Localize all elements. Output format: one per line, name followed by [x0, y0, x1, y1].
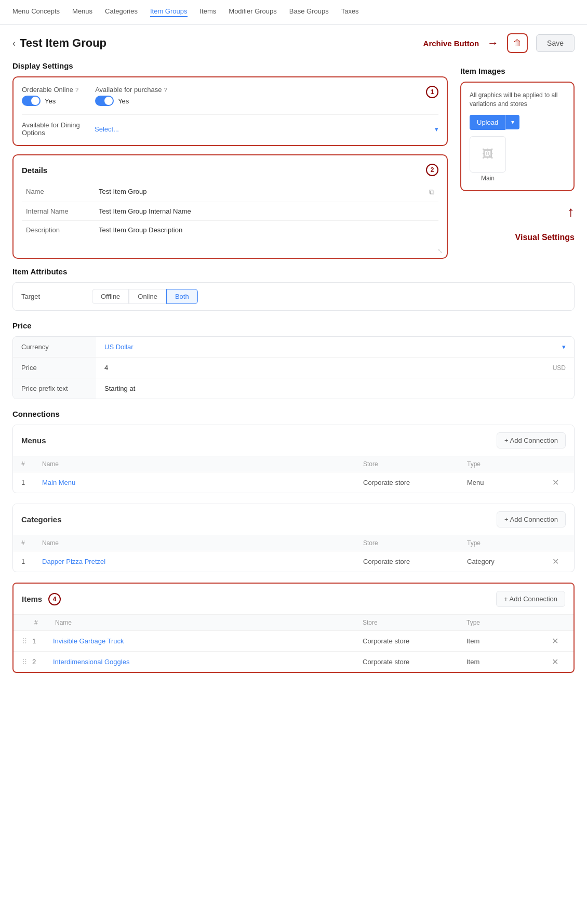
categories-row-1-name[interactable]: Dapper Pizza Pretzel: [42, 558, 363, 565]
menus-connection-card: Menus + Add Connection # Name Store Type…: [12, 425, 575, 493]
visual-settings-arrow-icon: ↑: [460, 204, 575, 220]
menus-col-action: [545, 460, 566, 468]
currency-chevron-icon: ▾: [562, 343, 566, 351]
items-col-type: Type: [466, 619, 544, 626]
available-for-purchase-help-icon[interactable]: ?: [164, 87, 167, 93]
price-prefix-text: Starting at: [104, 385, 135, 392]
nav-items[interactable]: Items: [200, 7, 217, 17]
categories-col-num: #: [21, 539, 42, 547]
display-settings-card: Orderable Online ? Yes: [12, 76, 448, 146]
price-prefix-row: Price prefix text Starting at: [13, 378, 574, 399]
name-value: Test Item Group ⧉: [95, 182, 438, 202]
connections-title: Connections: [12, 410, 575, 418]
section-badge-1: 1: [426, 86, 438, 98]
target-offline-btn[interactable]: Offline: [92, 289, 129, 304]
orderable-online-group: Orderable Online ? Yes: [22, 86, 78, 106]
images-note: All graphics will be applied to all vari…: [470, 91, 565, 109]
items-row-2-remove[interactable]: ✕: [544, 657, 565, 667]
dining-options-label: Available for Dining Options: [22, 121, 95, 137]
categories-col-name: Name: [42, 539, 363, 547]
menus-row-1-name[interactable]: Main Menu: [42, 479, 363, 486]
nav-taxes[interactable]: Taxes: [341, 7, 359, 17]
back-button[interactable]: ‹: [12, 38, 16, 49]
nav-modifier-groups[interactable]: Modifier Groups: [229, 7, 276, 17]
menus-row-1-num: 1: [21, 479, 42, 486]
visual-settings-label: Visual Settings: [460, 233, 575, 242]
currency-row: Currency US Dollar ▾: [13, 337, 574, 358]
details-description-row: Description Test Item Group Description: [22, 221, 438, 250]
items-connection-card: Items 4 + Add Connection # Name Store Ty…: [12, 583, 575, 673]
categories-row-1-remove[interactable]: ✕: [545, 557, 566, 566]
currency-value[interactable]: US Dollar ▾: [96, 337, 574, 357]
details-title: Details: [22, 166, 47, 175]
categories-connection-card: Categories + Add Connection # Name Store…: [12, 504, 575, 572]
price-value: 4 USD: [96, 358, 574, 378]
items-row-1-num: 1: [32, 637, 53, 645]
menus-row-1-remove[interactable]: ✕: [545, 478, 566, 487]
menus-col-num: #: [21, 460, 42, 468]
name-label: Name: [22, 182, 95, 202]
items-col-action: [544, 619, 565, 626]
internal-name-value: Test Item Group Internal Name: [95, 202, 438, 221]
currency-label: Currency: [13, 337, 96, 357]
nav-base-groups[interactable]: Base Groups: [289, 7, 329, 17]
available-for-purchase-toggle[interactable]: [95, 96, 114, 106]
currency-value-text[interactable]: US Dollar: [104, 343, 134, 351]
details-internal-name-row: Internal Name Test Item Group Internal N…: [22, 202, 438, 221]
nav-menu-concepts[interactable]: Menu Concepts: [12, 7, 60, 17]
target-online-btn[interactable]: Online: [129, 289, 166, 304]
archive-button[interactable]: 🗑: [507, 33, 528, 53]
menus-add-connection-button[interactable]: + Add Connection: [497, 432, 566, 448]
available-for-purchase-label: Available for purchase: [95, 86, 162, 94]
categories-add-connection-button[interactable]: + Add Connection: [497, 511, 566, 527]
display-settings-title: Display Settings: [12, 61, 448, 70]
items-table-header: # Name Store Type: [14, 615, 573, 631]
item-images-title: Item Images: [460, 67, 575, 75]
items-connection-title: Items: [22, 595, 42, 603]
price-label: Price: [13, 358, 96, 378]
target-button-group: Offline Online Both: [92, 289, 198, 304]
categories-col-action: [545, 539, 566, 547]
target-both-btn[interactable]: Both: [166, 289, 198, 304]
items-row-2-name[interactable]: Interdimensional Goggles: [53, 658, 363, 666]
nav-item-groups[interactable]: Item Groups: [150, 7, 188, 17]
orderable-online-help-icon[interactable]: ?: [75, 87, 78, 93]
menus-row-1-store: Corporate store: [363, 479, 467, 486]
orderable-online-label: Orderable Online: [22, 86, 73, 94]
details-table: Name Test Item Group ⧉ Internal Name Tes…: [22, 182, 438, 249]
items-row-2-drag[interactable]: ⠿: [22, 658, 32, 666]
items-add-connection-button[interactable]: + Add Connection: [496, 591, 565, 607]
menus-connection-title: Menus: [21, 436, 46, 445]
items-row-1-name[interactable]: Invisible Garbage Truck: [53, 637, 363, 645]
menus-table-header: # Name Store Type: [13, 456, 574, 472]
save-button[interactable]: Save: [536, 34, 575, 52]
categories-col-store: Store: [363, 539, 467, 547]
main-image-placeholder[interactable]: 🖼: [470, 136, 506, 173]
categories-connection-header: Categories + Add Connection: [13, 504, 574, 535]
archive-arrow-icon: →: [487, 36, 499, 50]
items-row-1-drag[interactable]: ⠿: [22, 637, 32, 645]
price-prefix-value: Starting at: [96, 378, 574, 399]
items-row-2: ⠿ 2 Interdimensional Goggles Corporate s…: [14, 652, 573, 672]
price-prefix-label: Price prefix text: [13, 378, 96, 399]
nav-menus[interactable]: Menus: [72, 7, 92, 17]
orderable-online-toggle[interactable]: [22, 96, 41, 106]
menus-connection-header: Menus + Add Connection: [13, 425, 574, 456]
connections-section: Connections Menus + Add Connection # Nam…: [12, 410, 575, 673]
items-row-1-store: Corporate store: [363, 637, 466, 645]
menus-row-1: 1 Main Menu Corporate store Menu ✕: [13, 472, 574, 493]
upload-dropdown-button[interactable]: ▾: [505, 115, 519, 129]
categories-row-1-num: 1: [21, 558, 42, 565]
target-label: Target: [21, 293, 84, 300]
upload-button-group: Upload ▾: [470, 115, 565, 130]
price-row: Price 4 USD: [13, 358, 574, 378]
items-row-1: ⠿ 1 Invisible Garbage Truck Corporate st…: [14, 631, 573, 652]
items-col-name: Name: [55, 619, 363, 626]
items-row-1-remove[interactable]: ✕: [544, 636, 565, 646]
copy-name-icon[interactable]: ⧉: [429, 188, 434, 196]
price-value-text: 4: [104, 364, 108, 372]
upload-button[interactable]: Upload: [470, 115, 505, 130]
description-label: Description: [22, 221, 95, 250]
nav-categories[interactable]: Categories: [105, 7, 138, 17]
dining-options-select[interactable]: Select... ▾: [95, 125, 438, 133]
